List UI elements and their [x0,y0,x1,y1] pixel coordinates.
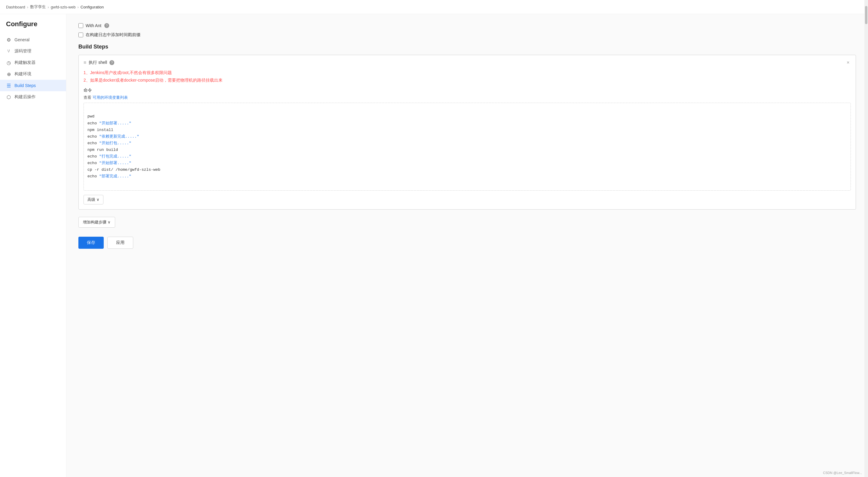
breadcrumb-current: Configuration [81,5,104,9]
breadcrumb-sep-1: › [27,5,28,9]
clock-icon: ◷ [6,60,11,65]
sidebar-item-trigger[interactable]: ◷ 构建触发器 [0,57,66,68]
gear-icon: ⚙ [6,37,11,42]
add-timestamp-checkbox[interactable] [79,33,83,37]
package-icon: ⬡ [6,94,11,100]
sidebar-label-general: General [14,37,30,42]
save-button[interactable]: 保存 [79,237,104,249]
sidebar-title: Configure [0,20,66,34]
advanced-label: 高级 [87,197,95,202]
card-header: ≡ 执行 shell ? [84,60,851,65]
drag-icon: ≡ [84,60,86,65]
advanced-chevron-icon: ∨ [96,197,99,202]
sidebar-label-post-build: 构建后操作 [14,94,36,100]
sidebar-label-source: 源码管理 [14,48,31,54]
sidebar-item-env[interactable]: ⊕ 构建环境 [0,68,66,80]
shell-help-icon[interactable]: ? [110,60,114,65]
add-timestamp-row: 在构建日志中添加时间戳前缀 [79,32,856,38]
comment-line-1: 1、Jenkins用户改成root,不然会有很多权限问题 [84,69,851,76]
main-content: With Ant ? 在构建日志中添加时间戳前缀 Build Steps ≡ 执… [66,14,868,477]
breadcrumb-sep-3: › [78,5,79,9]
add-step-label: 增加构建步骤 [83,219,106,225]
sidebar-item-source[interactable]: ⑂ 源码管理 [0,45,66,57]
shell-card-title: 执行 shell [89,60,107,65]
comment-text: 1、Jenkins用户改成root,不然会有很多权限问题 2、如果是docker… [84,69,851,84]
breadcrumb: Dashboard › 数字孪生 › gwfd-szls-web › Confi… [0,0,868,14]
breadcrumb-sep-2: › [48,5,49,9]
watermark: CSDN @Lee_SmallFlow... [823,471,862,475]
sidebar-item-build-steps[interactable]: ☰ Build Steps [0,80,66,91]
advanced-button[interactable]: 高级 ∨ [84,195,103,204]
add-step-chevron-icon: ∨ [107,220,111,224]
cmd-label: 命令 [84,88,851,93]
apply-button[interactable]: 应用 [107,237,133,249]
with-ant-row: With Ant ? [79,23,856,28]
env-link-prefix: 查看 [84,95,91,100]
env-link-row: 查看 可用的环境变量列表 [84,95,851,100]
with-ant-help-icon[interactable]: ? [104,23,109,28]
shell-card: ≡ 执行 shell ? × 1、Jenkins用户改成root,不然会有很多权… [79,55,856,210]
sidebar-item-general[interactable]: ⚙ General [0,34,66,45]
with-ant-label: With Ant [86,23,101,28]
comment-line-2: 2、如果是docker或者docker-compose启动，需要把物理机的路径挂… [84,76,851,84]
list-icon: ☰ [6,83,11,88]
sidebar: Configure ⚙ General ⑂ 源码管理 ◷ 构建触发器 ⊕ 构建环… [0,14,66,477]
sidebar-label-trigger: 构建触发器 [14,60,36,65]
scrollbar-track [864,0,868,477]
add-timestamp-label: 在构建日志中添加时间戳前缀 [86,32,141,38]
close-card-button[interactable]: × [845,59,851,66]
breadcrumb-item-project[interactable]: 数字孪生 [30,4,46,10]
source-icon: ⑂ [6,48,11,54]
add-step-button[interactable]: 增加构建步骤 ∨ [79,217,115,228]
scrollbar-thumb[interactable] [865,6,867,24]
breadcrumb-item-job[interactable]: gwfd-szls-web [51,5,75,9]
build-steps-title: Build Steps [79,44,856,50]
footer-buttons: 保存 应用 [79,237,856,249]
sidebar-item-post-build[interactable]: ⬡ 构建后操作 [0,91,66,103]
breadcrumb-item-dashboard[interactable]: Dashboard [6,5,25,9]
sidebar-label-env: 构建环境 [14,71,31,77]
globe-icon: ⊕ [6,71,11,77]
code-block[interactable]: pwd echo "开始部署....." npm install echo "依… [84,103,851,190]
env-link[interactable]: 可用的环境变量列表 [93,95,128,100]
sidebar-label-build-steps: Build Steps [14,83,36,88]
with-ant-checkbox[interactable] [79,23,83,28]
